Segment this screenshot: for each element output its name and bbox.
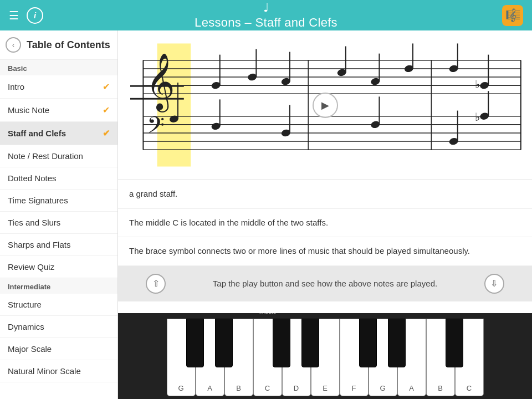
black-key-G#[interactable]	[186, 319, 204, 367]
sidebar-item-ties-and-slurs[interactable]: Ties and Slurs	[0, 212, 117, 234]
key-note-label: C	[467, 384, 472, 392]
black-key-D#[interactable]	[301, 319, 319, 367]
header-center: ♩ Lessons – Staff and Clefs	[195, 1, 337, 30]
key-note-label: B	[236, 384, 241, 392]
next-button[interactable]: ⇩	[484, 274, 504, 294]
piano-keyboard-area: GABMiddleCDEFGABC	[118, 313, 532, 399]
hamburger-icon[interactable]: ☰	[9, 9, 19, 22]
sidebar-item-structure[interactable]: Structure	[0, 294, 117, 316]
key-note-label: C	[265, 384, 270, 392]
key-note-label: A	[409, 384, 414, 392]
key-note-label: E	[323, 384, 328, 392]
sidebar-item-label-music-note: Music Note	[8, 105, 49, 115]
key-note-label: G	[178, 384, 183, 392]
sidebar-item-dynamics[interactable]: Dynamics	[0, 316, 117, 338]
sidebar-items: BasicIntro✔Music Note✔Staff and Clefs✔No…	[0, 60, 117, 382]
sidebar-item-staff-and-clefs[interactable]: Staff and Clefs✔	[0, 122, 117, 145]
svg-text:♭: ♭	[475, 111, 480, 123]
sidebar-item-label-major-scale: Major Scale	[8, 344, 52, 354]
achievement-badge[interactable]: 🎼	[502, 5, 523, 26]
check-icon-music-note: ✔	[103, 105, 110, 115]
sidebar-item-natural-minor-scale[interactable]: Natural Minor Scale	[0, 360, 117, 382]
sidebar-header: ‹ Table of Contents	[0, 30, 117, 60]
sidebar-item-label-ties-and-slurs: Ties and Slurs	[8, 218, 60, 227]
sidebar-item-major-scale[interactable]: Major Scale	[0, 338, 117, 360]
sidebar-item-sharps-and-flats[interactable]: Sharps and Flats	[0, 234, 117, 256]
sheet-music-area: 𝄗 𝄞 𝄢	[118, 30, 532, 180]
piano-wrapper: GABMiddleCDEFGABC	[167, 313, 484, 399]
sidebar-item-label-dotted-notes: Dotted Notes	[8, 173, 57, 183]
sidebar-item-label-structure: Structure	[8, 300, 42, 309]
sidebar-item-music-note[interactable]: Music Note✔	[0, 99, 117, 122]
sidebar-item-label-sharps-and-flats: Sharps and Flats	[8, 240, 70, 249]
play-button[interactable]: ▶	[313, 93, 338, 118]
header-left-icons: ☰ i	[9, 7, 43, 24]
sidebar-item-label-time-signatures: Time Signatures	[8, 196, 68, 205]
sidebar-item-label-natural-minor-scale: Natural Minor Scale	[8, 366, 81, 376]
svg-text:𝄢: 𝄢	[147, 112, 165, 144]
check-icon-staff-and-clefs: ✔	[103, 128, 110, 139]
black-key-A#[interactable]	[215, 319, 233, 367]
sidebar-item-label-dynamics: Dynamics	[8, 322, 44, 331]
middle-c-label: Middle	[258, 313, 276, 315]
key-note-label: D	[294, 384, 299, 392]
info-icon[interactable]: i	[27, 7, 43, 24]
text-row-3: The brace symbol connects two or more li…	[118, 237, 532, 266]
header: ☰ i ♩ Lessons – Staff and Clefs 🎼	[0, 0, 532, 30]
sidebar-item-review-quiz[interactable]: Review Quiz	[0, 256, 117, 278]
key-note-label: F	[352, 384, 356, 392]
sidebar-item-intro[interactable]: Intro✔	[0, 75, 117, 99]
piano-keys-container: GABMiddleCDEFGABC	[167, 319, 484, 396]
svg-text:𝄞: 𝄞	[146, 53, 175, 112]
content-area: 𝄗 𝄞 𝄢	[118, 30, 532, 399]
lesson-text-area: a grand staff. The middle C is located i…	[118, 180, 532, 313]
key-note-label: B	[438, 384, 443, 392]
sidebar: ‹ Table of Contents BasicIntro✔Music Not…	[0, 30, 118, 399]
page-title: Lessons – Staff and Clefs	[195, 16, 337, 30]
sidebar-item-dotted-notes[interactable]: Dotted Notes	[0, 167, 117, 190]
svg-text:♭: ♭	[475, 78, 480, 90]
section-label-intermediate: Intermediate	[0, 278, 117, 294]
sidebar-item-note-rest-duration[interactable]: Note / Rest Duration	[0, 145, 117, 167]
black-key-F#[interactable]	[359, 319, 377, 367]
badge-icon[interactable]: 🎼	[502, 5, 523, 26]
black-key-C#[interactable]	[273, 319, 290, 367]
back-button[interactable]: ‹	[6, 37, 21, 53]
key-note-label: A	[207, 384, 212, 392]
text-row-1: a grand staff.	[118, 180, 532, 209]
check-icon-intro: ✔	[103, 81, 110, 92]
key-note-label: G	[380, 384, 385, 392]
sidebar-item-label-intro: Intro	[8, 82, 24, 91]
toc-title: Table of Contents	[27, 39, 110, 51]
section-label-basic: Basic	[0, 60, 117, 75]
hint-row: ⇧ Tap the play button and see how the ab…	[118, 266, 532, 301]
sidebar-item-label-staff-and-clefs: Staff and Clefs	[8, 129, 66, 138]
prev-button[interactable]: ⇧	[146, 274, 166, 294]
sidebar-item-label-review-quiz: Review Quiz	[8, 262, 54, 272]
sidebar-item-label-note-rest-duration: Note / Rest Duration	[8, 151, 83, 161]
black-key-G#[interactable]	[388, 319, 406, 367]
main-layout: ‹ Table of Contents BasicIntro✔Music Not…	[0, 30, 532, 399]
text-row-2: The middle C is located in the middle of…	[118, 209, 532, 238]
black-key-A#[interactable]	[446, 319, 463, 367]
sidebar-item-time-signatures[interactable]: Time Signatures	[0, 190, 117, 212]
music-note-icon[interactable]: ♩	[263, 1, 269, 15]
